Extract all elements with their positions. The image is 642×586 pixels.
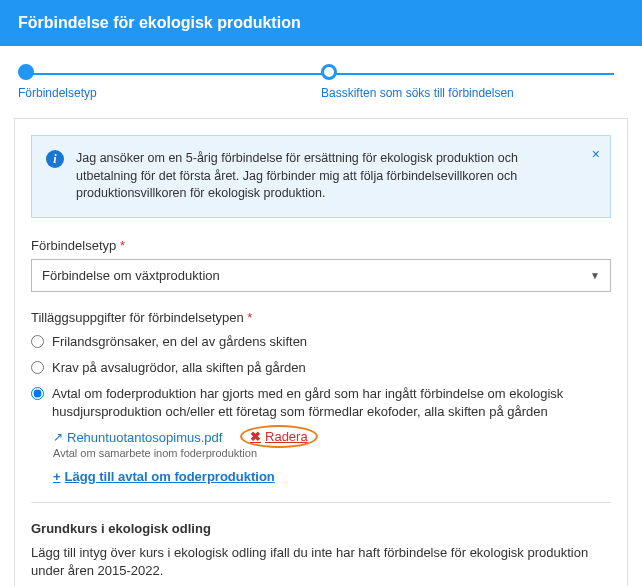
course-heading: Grundkurs i ekologisk odling bbox=[31, 521, 611, 536]
extra-label-text: Tilläggsuppgifter för förbindelsetypen bbox=[31, 310, 244, 325]
feed-file-sub: Avtal om samarbete inom foderproduktion bbox=[53, 447, 611, 459]
external-link-icon: ↗ bbox=[53, 430, 63, 444]
delete-label: Radera bbox=[265, 429, 308, 444]
feed-file-row: ↗ Rehuntuotantosopimus.pdf ✖ Radera bbox=[53, 429, 611, 445]
info-box: i × Jag ansöker om en 5-årig förbindelse… bbox=[31, 135, 611, 218]
add-feed-agreement[interactable]: + Lägg till avtal om foderproduktion bbox=[53, 469, 275, 484]
step-1[interactable]: Förbindelsetyp bbox=[18, 64, 321, 100]
feed-file-delete[interactable]: ✖ Radera bbox=[250, 429, 308, 444]
feed-file-link[interactable]: ↗ Rehuntuotantosopimus.pdf bbox=[53, 430, 222, 445]
step-2-label: Basskiften som söks till förbindelsen bbox=[321, 86, 514, 100]
radio-label-3: Avtal om foderproduktion har gjorts med … bbox=[52, 385, 611, 421]
radio-group: Frilandsgrönsaker, en del av gårdens ski… bbox=[31, 333, 611, 422]
type-label: Förbindelsetyp * bbox=[31, 238, 611, 253]
content-panel: i × Jag ansöker om en 5-årig förbindelse… bbox=[14, 118, 628, 586]
info-icon: i bbox=[46, 150, 64, 168]
divider bbox=[31, 502, 611, 503]
radio-input-2[interactable] bbox=[31, 361, 44, 374]
radio-option-1[interactable]: Frilandsgrönsaker, en del av gårdens ski… bbox=[31, 333, 611, 351]
feed-file-name: Rehuntuotantosopimus.pdf bbox=[67, 430, 222, 445]
radio-option-3[interactable]: Avtal om foderproduktion har gjorts med … bbox=[31, 385, 611, 421]
step-1-label: Förbindelsetyp bbox=[18, 86, 97, 100]
radio-input-1[interactable] bbox=[31, 335, 44, 348]
page-title: Förbindelse för ekologisk produktion bbox=[18, 14, 301, 31]
required-asterisk: * bbox=[247, 310, 252, 325]
radio-input-3[interactable] bbox=[31, 387, 44, 400]
radio-label-1: Frilandsgrönsaker, en del av gårdens ski… bbox=[52, 333, 307, 351]
type-select-value: Förbindelse om växtproduktion bbox=[42, 268, 220, 283]
step-2[interactable]: Basskiften som söks till förbindelsen bbox=[321, 64, 624, 100]
stepper: Förbindelsetyp Basskiften som söks till … bbox=[0, 46, 642, 104]
step-1-circle bbox=[18, 64, 34, 80]
course-text: Lägg till intyg över kurs i ekologisk od… bbox=[31, 544, 611, 580]
step-2-circle bbox=[321, 64, 337, 80]
extra-label: Tilläggsuppgifter för förbindelsetypen * bbox=[31, 310, 611, 325]
info-text: Jag ansöker om en 5-årig förbindelse för… bbox=[76, 150, 574, 203]
add-feed-label: Lägg till avtal om foderproduktion bbox=[65, 469, 275, 484]
type-label-text: Förbindelsetyp bbox=[31, 238, 116, 253]
type-select[interactable]: Förbindelse om växtproduktion ▼ bbox=[31, 259, 611, 292]
required-asterisk: * bbox=[120, 238, 125, 253]
delete-x-icon: ✖ bbox=[250, 429, 261, 444]
plus-icon: + bbox=[53, 469, 61, 484]
chevron-down-icon: ▼ bbox=[590, 270, 600, 281]
radio-option-2[interactable]: Krav på avsalugrödor, alla skiften på gå… bbox=[31, 359, 611, 377]
radio-label-2: Krav på avsalugrödor, alla skiften på gå… bbox=[52, 359, 306, 377]
page-header: Förbindelse för ekologisk produktion bbox=[0, 0, 642, 46]
close-icon[interactable]: × bbox=[592, 146, 600, 162]
